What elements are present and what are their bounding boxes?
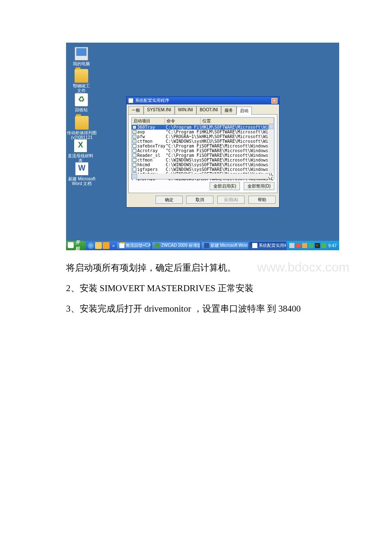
table-row[interactable]: ✓pfwC:\PROGRA~1\SkyNe...HKLM\SOFTWARE\Mi… xyxy=(132,134,274,139)
table-row[interactable]: Acrotray"C:\Program Files...SOFTWARE\Mic… xyxy=(132,148,274,153)
item-name: safeboxTray xyxy=(137,144,165,148)
msconfig-icon xyxy=(252,243,257,248)
chevron-icon[interactable]: » xyxy=(112,243,115,248)
titlebar[interactable]: 系统配置实用程序 × xyxy=(127,97,279,104)
item-name: Acrotray xyxy=(137,148,158,153)
ok-button[interactable]: 确定 xyxy=(156,196,183,204)
checkbox[interactable]: ✓ xyxy=(133,125,136,129)
tray-icon[interactable] xyxy=(302,243,307,248)
item-location: HKLM\SOFTWARE\Microsoft\Windows\Current.… xyxy=(202,130,273,134)
item-location: SOFTWARE\Microsoft\Windows\CurrentVersi.… xyxy=(202,167,273,172)
tab-startup[interactable]: 启动 xyxy=(236,107,252,115)
tray-icon[interactable] xyxy=(296,243,301,248)
enable-all-button[interactable]: 全部启用(E) xyxy=(210,182,240,190)
item-location: SOFTWARE\Microsoft\Windows\CurrentVersi.… xyxy=(202,144,273,148)
my-computer-icon[interactable]: 我的电脑 xyxy=(71,47,92,66)
tab-systemini[interactable]: SYSTEM.INI xyxy=(144,106,175,114)
item-name: ctfmon xyxy=(137,139,153,144)
list-body: ✓360TrayC:\Program Files\...HKLM\SOFTWAR… xyxy=(132,125,274,180)
tray-icon[interactable] xyxy=(289,243,294,248)
apply-button[interactable]: 应用(A) xyxy=(217,196,245,204)
checkbox[interactable] xyxy=(133,153,136,157)
tray-ime-icon[interactable]: K xyxy=(315,243,320,248)
outlook-icon[interactable] xyxy=(103,242,110,249)
tab-general[interactable]: 一般 xyxy=(128,106,144,114)
item-location: HKLM\SOFTWARE\Microsoft\Windows\Current.… xyxy=(202,134,273,139)
taskbar-label: 整流回馈+CAC1 xyxy=(126,243,151,249)
start-button[interactable]: 开始 xyxy=(66,241,86,250)
taskbar-button-3[interactable]: 新建 Microsoft Word 文... xyxy=(201,242,248,249)
folder-icon xyxy=(75,116,89,130)
icon-label: 鄂钢竣工文件 xyxy=(71,84,92,93)
ie-icon[interactable] xyxy=(87,242,94,249)
item-command: C:\WINDOWS\system... xyxy=(166,158,202,162)
folder-icon xyxy=(75,69,88,83)
table-row[interactable]: ✓360TrayC:\Program Files\...HKLM\SOFTWAR… xyxy=(132,125,274,130)
recycle-icon xyxy=(75,93,88,107)
item-command: C:\WINDOWS\system... xyxy=(166,162,202,167)
icon-label: 新建 Microsoft Word 文档 xyxy=(67,176,97,186)
taskbar-label: ZWCAD 2009 标准版 - [... xyxy=(161,243,200,249)
item-command: C:\Program Files\... xyxy=(166,125,202,130)
checkbox[interactable] xyxy=(133,158,136,162)
table-row[interactable]: igfxpersC:\WINDOWS\system...SOFTWARE\Mic… xyxy=(132,167,274,172)
excel-file-icon[interactable]: 直流母线材料表 xyxy=(68,139,93,163)
checkbox[interactable]: ✓ xyxy=(133,139,136,143)
item-command: "C:\Program Files... xyxy=(166,130,202,134)
cancel-button[interactable]: 取消 xyxy=(186,196,213,204)
checkbox[interactable] xyxy=(133,163,136,167)
taskbar-button-1[interactable]: 整流回馈+CAC1 xyxy=(116,242,151,249)
vertical-scrollbar[interactable] xyxy=(268,124,274,173)
taskbar-button-4[interactable]: 系统配置实用程序 xyxy=(249,242,286,249)
folder-icon-1[interactable]: 鄂钢竣工文件 xyxy=(71,69,92,93)
show-desktop-icon[interactable] xyxy=(95,242,102,249)
table-row[interactable]: ctfmonC:\WINDOWS\system...SOFTWARE\Micro… xyxy=(132,158,274,162)
disable-all-button[interactable]: 全部禁用(D) xyxy=(244,182,274,190)
item-name: hkcmd xyxy=(137,162,150,167)
msconfig-window: 系统配置实用程序 × 一般 SYSTEM.INI WIN.INI BOOT.IN… xyxy=(126,96,280,208)
help-button[interactable]: 帮助 xyxy=(248,196,276,204)
checkbox[interactable]: ✓ xyxy=(133,130,136,134)
tab-winini[interactable]: WIN.INI xyxy=(175,106,196,114)
folder-icon-2[interactable]: 传动柜体排列图(v2)081121 xyxy=(67,116,97,140)
horizontal-scrollbar[interactable] xyxy=(132,173,268,179)
icon-label: 我的电脑 xyxy=(71,61,92,66)
item-command: C:\WINDOWS\system... xyxy=(166,139,202,144)
tab-body: 启动项目 命令 位置 ✓360TrayC:\Program Files\...H… xyxy=(128,114,277,193)
item-location: HKLM\SOFTWARE\Microsoft\Windows\Current.… xyxy=(202,125,273,130)
taskbar: 开始 » 整流回馈+CAC1 ZWCAD 2009 标准版 - [... 新建 … xyxy=(66,241,339,250)
tab-services[interactable]: 服务 xyxy=(221,106,236,114)
table-row[interactable]: ✓ctfmonC:\WINDOWS\system...HKCU\SOFTWARE… xyxy=(132,139,274,144)
col-location[interactable]: 位置 xyxy=(201,118,274,124)
checkbox[interactable]: ✓ xyxy=(133,135,136,139)
quick-launch xyxy=(87,242,110,249)
table-row[interactable]: Reader_sl"C:\Program Files...SOFTWARE\Mi… xyxy=(132,153,274,158)
icon-label: 传动柜体排列图(v2)081121 xyxy=(67,130,97,140)
tray-icon[interactable] xyxy=(308,243,314,248)
word-file-icon[interactable]: 新建 Microsoft Word 文档 xyxy=(67,162,97,186)
col-startup-item[interactable]: 启动项目 xyxy=(132,118,165,124)
table-row[interactable]: ✓avp"C:\Program Files...HKLM\SOFTWARE\Mi… xyxy=(132,130,274,134)
scrollbar-thumb[interactable] xyxy=(132,174,137,179)
scrollbar-thumb[interactable] xyxy=(269,124,274,129)
item-name: 360Tray xyxy=(137,125,155,130)
checkbox[interactable] xyxy=(133,168,136,171)
paragraph: 3、安装完成后打开 drivemonitor ，设置串口波特率 到 38400 xyxy=(66,300,326,318)
tab-bootini[interactable]: BOOT.INI xyxy=(196,106,222,114)
taskbar-label: 新建 Microsoft Word 文... xyxy=(210,243,248,249)
close-button[interactable]: × xyxy=(271,98,277,104)
checkbox[interactable] xyxy=(133,149,136,153)
item-name: avp xyxy=(137,130,145,134)
col-command[interactable]: 命令 xyxy=(165,118,201,124)
word-icon xyxy=(75,162,89,176)
checkbox[interactable] xyxy=(133,144,136,148)
clock[interactable]: 9:47 xyxy=(329,243,337,248)
table-row[interactable]: safeboxTray"C:\Program Files...SOFTWARE\… xyxy=(132,144,274,148)
startup-list[interactable]: 启动项目 命令 位置 ✓360TrayC:\Program Files\...H… xyxy=(131,117,274,179)
word-icon xyxy=(204,243,209,248)
taskbar-button-2[interactable]: ZWCAD 2009 标准版 - [... xyxy=(152,242,200,249)
icon-label: 回收站 xyxy=(71,107,92,112)
tray-icon[interactable] xyxy=(321,243,326,248)
recycle-bin-icon[interactable]: 回收站 xyxy=(71,93,92,112)
table-row[interactable]: hkcmdC:\WINDOWS\system...SOFTWARE\Micros… xyxy=(132,162,274,167)
